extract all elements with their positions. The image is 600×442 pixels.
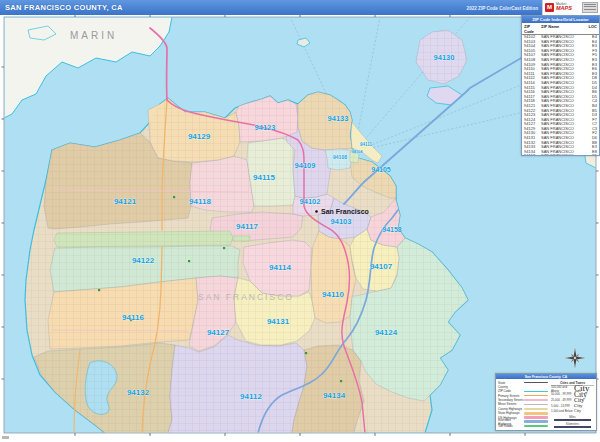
zip-label-94132: 94132 [127, 388, 150, 397]
logo-mark-icon: M [545, 3, 554, 12]
zip-label-94121: 94121 [114, 197, 137, 206]
zip-label-94123: 94123 [255, 123, 276, 132]
zip-label-94111: 94111 [360, 142, 373, 147]
map-legend: San Francisco County, CA StateCountyZIP … [495, 373, 597, 431]
city-label: San Francisco [321, 208, 369, 215]
zip-label-94122: 94122 [132, 256, 155, 265]
legend-cities: Cities and Towns 100,000 and AboveCity50… [551, 381, 594, 429]
zip-label-94116: 94116 [122, 313, 144, 322]
scale-bar: Kilometers [551, 422, 594, 428]
zip-label-94108: 94108 [333, 154, 347, 160]
zip-table-rows: 94102SAN FRANCISCOE494103SAN FRANCISCOE4… [522, 35, 599, 155]
park-marker [98, 289, 100, 291]
county-watermark: SAN FRANCISCO [198, 292, 294, 302]
zip-label-94104: 94104 [351, 149, 363, 154]
zip-label-94133: 94133 [328, 114, 349, 123]
park-marker [305, 352, 307, 354]
zip-label-94127: 94127 [207, 328, 230, 337]
zip-label-94112: 94112 [240, 392, 262, 401]
title-bar: SAN FRANCISCO COUNTY, CA 2022 ZIP Code C… [0, 0, 600, 15]
logo-main-text: MAPS [556, 6, 572, 12]
park-marker [340, 380, 342, 382]
zip-label-94107: 94107 [370, 262, 393, 271]
zip-label-94117: 94117 [236, 222, 258, 231]
zip-label-94110: 94110 [322, 290, 344, 299]
city-point-marker [315, 210, 318, 213]
zip-table-row: 94158SAN FRANCISCOF5 [524, 154, 597, 155]
park-marker [173, 196, 175, 198]
logo-side-box [582, 2, 598, 13]
zip-index-table: ZIP Code Index/Grid Locator ZIP Code ZIP… [521, 15, 600, 156]
col-loc: LOC [587, 24, 597, 34]
corner-mark [2, 436, 9, 439]
col-zip-name: ZIP Name [541, 24, 587, 34]
legend-city-row: 100,000 and AboveCity [551, 386, 594, 392]
page-title: SAN FRANCISCO COUNTY, CA [0, 3, 123, 12]
zip-label-94131: 94131 [267, 317, 290, 326]
edition-label: 2022 ZIP Code ColorCast Edition [467, 6, 538, 11]
zip-label-94105: 94105 [371, 166, 391, 173]
zip-label-94124: 94124 [375, 328, 398, 337]
publisher-logo: M Market MAPS [542, 0, 600, 15]
zip-table-title: ZIP Code Index/Grid Locator [522, 16, 599, 23]
zip-label-94114: 94114 [269, 263, 291, 272]
zip-label-94109: 94109 [295, 161, 316, 170]
zip-label-94118: 94118 [189, 197, 211, 206]
scale-bar: Miles [551, 415, 594, 421]
park-marker [188, 260, 190, 262]
zip-label-94115: 94115 [253, 173, 275, 182]
zip-label-94134: 94134 [323, 391, 346, 400]
zip-label-94130: 94130 [434, 53, 455, 62]
map-page: SAN FRANCISCO COUNTY, CA 2022 ZIP Code C… [0, 0, 600, 442]
zip-table-header: ZIP Code ZIP Name LOC [522, 23, 599, 35]
marin-label: MARIN [70, 30, 117, 41]
legend-line-items: StateCountyZIP CodePrimary StreetsSecond… [498, 381, 548, 429]
scale-bars: MilesKilometers [551, 414, 594, 428]
col-zip-code: ZIP Code [524, 24, 541, 34]
zip-label-94129: 94129 [188, 132, 211, 141]
zip-label-94158: 94158 [382, 226, 402, 233]
park-marker [223, 247, 225, 249]
zip-label-94103: 94103 [331, 217, 352, 226]
zip-label-94102: 94102 [300, 197, 321, 206]
legend-item: Toll Roads [498, 424, 548, 428]
